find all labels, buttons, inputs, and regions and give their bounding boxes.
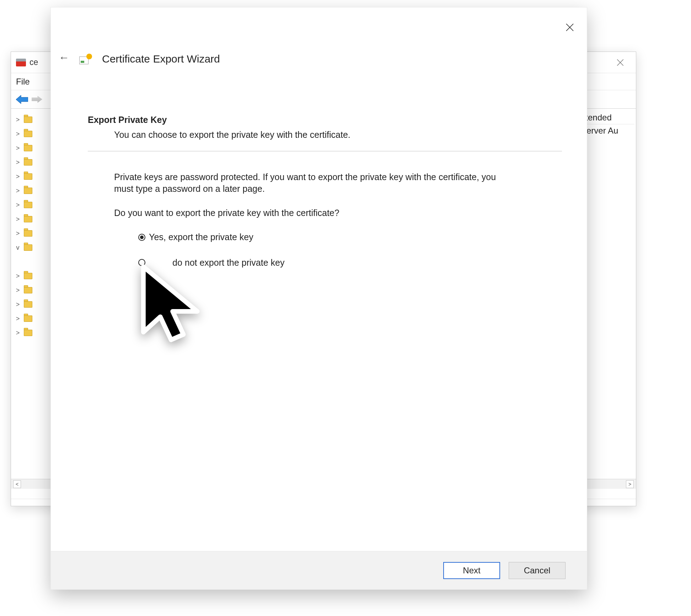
folder-icon [24, 173, 32, 180]
mmc-app-icon [16, 59, 26, 66]
radio-yes-export[interactable]: Yes, export the private key [138, 231, 562, 243]
folder-icon [24, 230, 32, 237]
folder-icon [24, 216, 32, 222]
folder-icon [24, 273, 32, 279]
cancel-button[interactable]: Cancel [509, 562, 566, 579]
wizard-header: ← Certificate Export Wizard [59, 53, 220, 65]
wizard-close-button[interactable] [561, 19, 578, 36]
folder-icon [24, 315, 32, 322]
wizard-title: Certificate Export Wizard [102, 53, 220, 65]
folder-icon [24, 145, 32, 151]
radio-icon [138, 259, 145, 266]
folder-icon [24, 244, 32, 251]
wizard-back-button[interactable]: ← [59, 52, 69, 64]
wizard-question: Do you want to export the private key wi… [114, 207, 562, 219]
radio-group-export-key: Yes, export the private key do not expor… [138, 231, 562, 269]
mmc-title-fragment: ce [30, 58, 38, 67]
close-icon [564, 22, 575, 33]
folder-icon [24, 159, 32, 166]
wizard-paragraph: Private keys are password protected. If … [114, 171, 516, 195]
folder-icon [24, 131, 32, 137]
folder-icon [24, 117, 32, 123]
back-arrow-icon [16, 94, 28, 104]
wizard-footer: Next Cancel [51, 551, 587, 589]
toolbar-forward-button[interactable] [32, 96, 42, 103]
folder-icon [24, 202, 32, 208]
folder-icon [24, 330, 32, 336]
next-button[interactable]: Next [443, 562, 500, 579]
radio-icon [138, 234, 145, 241]
folder-icon [24, 301, 32, 308]
mmc-close-button[interactable] [610, 52, 631, 73]
close-icon [616, 58, 625, 67]
wizard-icon [79, 54, 92, 64]
svg-marker-0 [16, 95, 28, 104]
section-title: Export Private Key [88, 114, 562, 126]
divider [88, 151, 562, 151]
radio-label: Yes, export the private key [149, 231, 253, 243]
section-subtitle: You can choose to export the private key… [114, 129, 562, 141]
certificate-export-wizard: ← Certificate Export Wizard Export Priva… [50, 7, 587, 590]
toolbar-back-button[interactable] [16, 94, 28, 104]
folder-icon [24, 287, 32, 293]
folder-icon [24, 188, 32, 194]
scroll-right-icon[interactable]: > [626, 480, 634, 488]
menu-file[interactable]: File [16, 77, 30, 87]
wizard-content: Export Private Key You can choose to exp… [88, 114, 562, 282]
scroll-left-icon[interactable]: < [13, 480, 21, 488]
radio-no-export[interactable]: do not export the private key [138, 257, 562, 269]
radio-label: do not export the private key [172, 257, 284, 269]
